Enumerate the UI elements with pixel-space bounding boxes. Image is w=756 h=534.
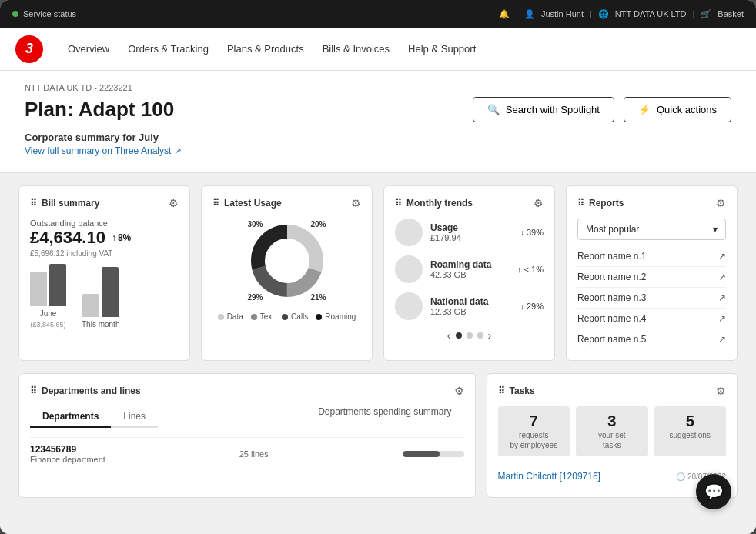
- dept-tab-lines[interactable]: Lines: [111, 406, 158, 428]
- bottom-section: ⠿ Departments and lines ⚙ Departments Li…: [0, 373, 756, 510]
- main-content: NTT DATA UK TD - 2223221 Plan: Adapt 100…: [0, 71, 756, 534]
- latest-usage-card: ⠿ Latest Usage ⚙: [201, 185, 373, 361]
- notification-icon[interactable]: 🔔: [499, 9, 510, 19]
- page-title: Plan: Adapt 100: [25, 98, 174, 122]
- legend-dot-calls: [282, 314, 288, 320]
- dept-tabs: Departments Lines: [30, 406, 158, 428]
- reports-grid-icon: ⠿: [577, 198, 584, 209]
- legend-calls: Calls: [282, 312, 308, 321]
- trend-item-roaming: Roaming data 42.33 GB ↑ < 1%: [395, 255, 544, 283]
- pct-21: 21%: [310, 293, 326, 302]
- page-header: NTT DATA UK TD - 2223221 Plan: Adapt 100…: [0, 71, 756, 173]
- chat-fab[interactable]: 💬: [696, 474, 731, 509]
- task-label-set: your settasks: [580, 430, 643, 450]
- dept-lines: 25 lines: [239, 449, 269, 459]
- trend-change-national: ↓ 29%: [520, 302, 544, 311]
- carousel-dot-2[interactable]: [467, 332, 473, 339]
- bar-group-june: June (£3,845.65): [30, 256, 66, 329]
- outstanding-label: Outstanding balance: [30, 219, 179, 228]
- dept-bar-fill: [403, 451, 440, 457]
- departments-card: ⠿ Departments and lines ⚙ Departments Li…: [18, 373, 476, 498]
- report-item-4: Report name n.4 ↗: [577, 309, 726, 329]
- dept-tab-departments[interactable]: Departments: [30, 406, 111, 428]
- bar-group-thismonth: This month: [82, 267, 119, 329]
- task-name-1[interactable]: Martin Chilcott [1209716]: [498, 471, 600, 482]
- basket-label[interactable]: Basket: [718, 9, 744, 18]
- search-icon: 🔍: [487, 104, 500, 115]
- report-name-2[interactable]: Report name n.2: [577, 272, 646, 282]
- carousel-dots: ‹ ›: [395, 329, 544, 342]
- latest-usage-title: Latest Usage: [224, 198, 282, 209]
- carousel-dot-1[interactable]: [456, 332, 462, 339]
- tasks-gear[interactable]: ⚙: [716, 385, 726, 397]
- donut-chart: 30% 20% 29% 21%: [245, 219, 329, 303]
- summary-link[interactable]: View full summary on Three Analyst ↗: [25, 145, 182, 156]
- bar-thismonth-light: [82, 294, 99, 317]
- legend-roaming: Roaming: [316, 312, 356, 321]
- task-stat-requests: 7 requestsby employees: [498, 406, 570, 456]
- reports-dropdown[interactable]: Most popular ▾: [577, 219, 726, 240]
- report-item-2: Report name n.2 ↗: [577, 267, 726, 288]
- task-item-1: Martin Chilcott [1209716] 🕐 20/07/2022: [498, 466, 726, 486]
- report-item-3: Report name n.3 ↗: [577, 288, 726, 309]
- user-icon: 👤: [524, 9, 535, 19]
- reports-gear[interactable]: ⚙: [716, 197, 726, 209]
- bar-june-light: [30, 272, 47, 306]
- bill-summary-title: Bill summary: [42, 198, 99, 209]
- tasks-title: Tasks: [510, 385, 535, 396]
- external-icon-5[interactable]: ↗: [718, 334, 726, 345]
- bill-summary-gear[interactable]: ⚙: [169, 197, 179, 209]
- task-stat-set: 3 your settasks: [576, 406, 647, 456]
- latest-usage-gear[interactable]: ⚙: [351, 197, 361, 209]
- report-name-5[interactable]: Report name n.5: [577, 334, 646, 345]
- pct-20: 20%: [310, 220, 326, 229]
- legend-label-calls: Calls: [291, 312, 308, 321]
- dept-id: 123456789: [30, 444, 105, 455]
- trend-name-roaming: Roaming data: [430, 259, 510, 270]
- donut-container: 30% 20% 29% 21% Data Text: [212, 219, 361, 321]
- report-name-4[interactable]: Report name n.4: [577, 313, 646, 324]
- nav-link-overview[interactable]: Overview: [68, 43, 109, 55]
- report-name-1[interactable]: Report name n.1: [577, 251, 646, 262]
- nav-link-bills[interactable]: Bills & Invoices: [323, 43, 390, 55]
- lightning-icon: ⚡: [638, 104, 651, 115]
- search-spotlight-button[interactable]: 🔍 Search with Spotlight: [473, 97, 614, 122]
- reports-card: ⠿ Reports ⚙ Most popular ▾ Report name n…: [566, 185, 738, 361]
- monthly-trends-card: ⠿ Monthly trends ⚙ Usage £179.94 ↓ 39%: [383, 185, 555, 361]
- external-icon-1[interactable]: ↗: [718, 251, 726, 262]
- nav-logo[interactable]: 3: [15, 35, 43, 63]
- outstanding-amount: £4,634.10: [30, 228, 105, 248]
- carousel-dot-3[interactable]: [477, 332, 483, 339]
- trend-circle-usage: [395, 219, 423, 246]
- reports-dropdown-value: Most popular: [586, 224, 639, 235]
- external-icon-3[interactable]: ↗: [718, 292, 726, 303]
- bill-trend: ↑ 8%: [112, 232, 131, 243]
- carousel-next[interactable]: ›: [488, 329, 492, 342]
- dept-bar-container: [403, 451, 464, 457]
- report-name-3[interactable]: Report name n.3: [577, 292, 646, 303]
- monthly-trends-gear[interactable]: ⚙: [534, 197, 544, 209]
- trend-circle-roaming: [395, 255, 423, 283]
- external-link-icon: ↗: [174, 145, 182, 156]
- trend-item-national: National data 12.33 GB ↓ 29%: [395, 292, 544, 320]
- status-bar: Service status 🔔 | 👤 Justin Hunt | 🌐 NTT…: [0, 0, 756, 28]
- card-grid-icon: ⠿: [30, 198, 37, 209]
- clock-icon: 🕐: [676, 472, 685, 481]
- departments-gear[interactable]: ⚙: [454, 385, 464, 397]
- carousel-prev[interactable]: ‹: [447, 329, 451, 342]
- legend-dot-text: [251, 314, 257, 320]
- breadcrumb: NTT DATA UK TD - 2223221: [25, 83, 731, 92]
- external-icon-2[interactable]: ↗: [718, 272, 726, 282]
- user-name[interactable]: Justin Hunt: [541, 9, 584, 18]
- nav-link-help[interactable]: Help & Support: [408, 43, 476, 55]
- legend-data: Data: [218, 312, 243, 321]
- nav-link-plans[interactable]: Plans & Products: [227, 43, 304, 55]
- bar-thismonth-dark: [102, 267, 119, 317]
- summary-row: Corporate summary for July View full sum…: [25, 132, 731, 157]
- external-icon-4[interactable]: ↗: [718, 313, 726, 324]
- nav-link-orders[interactable]: Orders & Tracking: [128, 43, 209, 55]
- status-dot: [12, 11, 18, 17]
- legend-label-text: Text: [260, 312, 274, 321]
- org-name[interactable]: NTT DATA UK LTD: [615, 9, 687, 18]
- quick-actions-button[interactable]: ⚡ Quick actions: [624, 97, 731, 122]
